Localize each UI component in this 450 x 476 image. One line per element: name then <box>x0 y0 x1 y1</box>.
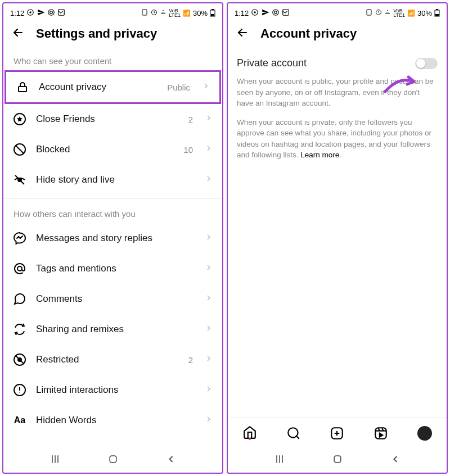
header: Account privacy <box>228 20 447 49</box>
svg-rect-32 <box>334 456 341 463</box>
block-icon <box>12 142 27 157</box>
svg-rect-18 <box>110 456 116 463</box>
row-messages[interactable]: Messages and story replies <box>3 223 222 253</box>
hide-icon <box>12 173 27 187</box>
row-value: Public <box>167 83 190 92</box>
profile-icon[interactable] <box>417 425 433 441</box>
description-public: When your account is public, your profil… <box>228 74 447 115</box>
row-value: 10 <box>183 145 193 155</box>
page-title: Settings and privacy <box>36 26 157 41</box>
row-label: Sharing and remixes <box>36 324 195 335</box>
android-nav <box>228 446 447 473</box>
row-hidden-words[interactable]: Aa Hidden Words <box>3 405 222 436</box>
status-network: VoBLTE1 <box>169 8 181 17</box>
svg-point-1 <box>30 11 32 13</box>
chevron-right-icon <box>204 324 213 335</box>
svg-rect-24 <box>367 10 371 15</box>
status-battery: 30% <box>417 9 432 17</box>
restricted-icon <box>12 352 27 367</box>
divider <box>3 198 222 199</box>
search-icon[interactable] <box>286 425 302 441</box>
svg-point-13 <box>18 178 21 182</box>
aa-icon: Aa <box>12 413 27 428</box>
home-button[interactable] <box>107 454 119 467</box>
section-label-content: Who can see your content <box>3 49 222 70</box>
row-label: Messages and story replies <box>36 233 195 244</box>
svg-rect-9 <box>211 14 214 16</box>
recents-button[interactable] <box>274 454 285 467</box>
status-right-icons <box>141 9 166 17</box>
svg-point-22 <box>273 9 279 15</box>
svg-rect-28 <box>435 14 439 16</box>
row-restricted[interactable]: Restricted 2 <box>3 344 222 375</box>
row-label: Hidden Words <box>36 415 195 426</box>
row-label: Tags and mentions <box>36 263 195 274</box>
status-bar: 1:12 VoBLTE1 📶 30% <box>3 3 222 20</box>
back-icon[interactable] <box>236 26 249 42</box>
status-left-icons <box>26 8 65 18</box>
status-battery: 30% <box>193 9 208 17</box>
svg-rect-10 <box>19 87 26 92</box>
chevron-right-icon <box>201 81 210 93</box>
learn-more-link[interactable]: Learn more <box>300 151 339 159</box>
alert-icon <box>12 383 27 397</box>
row-label: Close Friends <box>36 114 179 125</box>
row-comments[interactable]: Comments <box>3 284 222 314</box>
svg-rect-31 <box>376 428 387 439</box>
row-close-friends[interactable]: Close Friends 2 <box>3 104 222 134</box>
android-nav <box>3 446 222 473</box>
row-limited[interactable]: Limited interactions <box>3 375 222 405</box>
row-sharing[interactable]: Sharing and remixes <box>3 314 222 344</box>
instagram-bottom-nav <box>228 417 447 446</box>
back-button[interactable] <box>165 454 177 467</box>
svg-rect-8 <box>212 9 214 10</box>
chevron-right-icon <box>204 293 213 305</box>
status-bar: 1:12 VoBLTE1 📶 30% <box>228 3 447 20</box>
row-tags[interactable]: Tags and mentions <box>3 253 222 284</box>
svg-point-14 <box>17 266 22 271</box>
new-post-icon[interactable] <box>329 425 345 441</box>
chevron-right-icon <box>204 263 213 274</box>
description-private: When your account is private, only the f… <box>228 115 447 166</box>
svg-point-2 <box>50 11 53 13</box>
home-button[interactable] <box>332 454 343 467</box>
row-blocked[interactable]: Blocked 10 <box>3 134 222 165</box>
header: Settings and privacy <box>3 20 222 49</box>
status-time: 1:12 <box>10 9 24 17</box>
private-account-label: Private account <box>237 57 307 69</box>
comment-icon <box>12 292 27 306</box>
svg-point-21 <box>274 11 277 13</box>
status-time: 1:12 <box>235 9 249 17</box>
row-value: 2 <box>188 355 193 365</box>
notification-dot <box>249 438 251 440</box>
status-right-icons <box>366 9 391 17</box>
chevron-right-icon <box>204 233 213 244</box>
recents-button[interactable] <box>50 454 61 467</box>
account-privacy-screen: 1:12 VoBLTE1 📶 30% Account privacy <box>227 2 448 474</box>
reels-icon[interactable] <box>373 425 389 441</box>
settings-privacy-screen: 1:12 VoBLTE1 📶 30% Settings and privacy <box>2 2 223 474</box>
row-account-privacy[interactable]: Account privacy Public <box>4 70 221 104</box>
svg-point-3 <box>48 9 55 15</box>
status-left-icons <box>251 8 290 18</box>
row-value: 2 <box>188 115 193 124</box>
back-icon[interactable] <box>11 26 25 42</box>
lock-icon <box>15 80 30 94</box>
remix-icon <box>12 322 27 337</box>
chevron-right-icon <box>204 415 213 426</box>
svg-rect-5 <box>142 10 147 15</box>
row-label: Blocked <box>36 144 174 155</box>
status-network: VoBLTE1 <box>393 8 405 17</box>
back-button[interactable] <box>390 454 401 467</box>
row-label: Limited interactions <box>36 384 195 396</box>
row-hide-story[interactable]: Hide story and live <box>3 165 222 195</box>
chevron-right-icon <box>204 114 213 125</box>
page-title: Account privacy <box>260 26 357 41</box>
at-icon <box>12 261 27 276</box>
svg-rect-27 <box>436 9 438 10</box>
private-account-toggle[interactable] <box>415 58 438 69</box>
chevron-right-icon <box>204 174 213 185</box>
messenger-icon <box>12 231 27 246</box>
row-label: Restricted <box>36 354 179 365</box>
chevron-right-icon <box>204 384 213 396</box>
